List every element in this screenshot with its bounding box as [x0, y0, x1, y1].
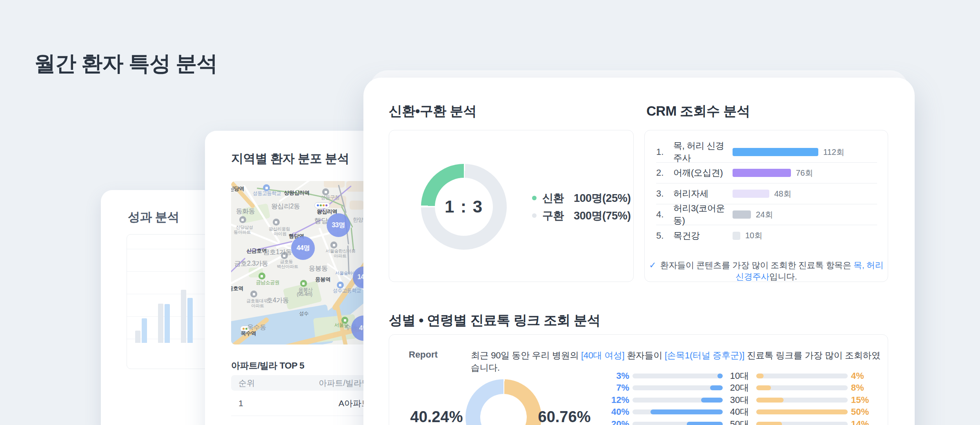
main-report-panel: 신환•구환 분석 1 : 3 신환 100명(25%) 구환 300명(75%)… — [363, 78, 915, 425]
crm-bar — [733, 190, 769, 198]
age-category-label: 40대 — [726, 406, 753, 418]
female-pct: 15% — [851, 395, 892, 405]
map-place-label: (95.4m) — [297, 291, 312, 297]
returning-patient-dot-icon — [532, 213, 537, 218]
age-row: 12%30대15% — [588, 394, 892, 406]
bar — [165, 304, 170, 343]
crm-bar — [733, 210, 751, 219]
poi-icon — [330, 242, 337, 248]
crm-bar — [733, 169, 791, 177]
crm-item-label: 어깨(오십견) — [673, 167, 733, 179]
female-track — [756, 398, 848, 403]
section-title-crm: CRM 조회수 분석 — [646, 102, 750, 121]
female-pct: 14% — [851, 419, 892, 425]
subway-station-badge — [314, 202, 330, 208]
male-fill — [710, 385, 723, 390]
poi-icon — [300, 280, 307, 287]
crm-footer-text: 환자들이 콘텐츠를 가장 많이 조회한 진료톡 항목은 — [660, 260, 853, 270]
top5-rank: 1 — [231, 398, 292, 408]
crm-footer-suffix: 입니다. — [769, 272, 797, 281]
age-row: 3%10대4% — [588, 370, 892, 382]
map-place-label: 행당 — [314, 216, 328, 226]
map-place-label: 응봉동 — [309, 264, 328, 273]
crm-footer-note: ✓환자들이 콘텐츠를 가장 많이 조회한 진료톡 항목은 목, 허리 신경주사입… — [645, 259, 888, 282]
male-fill — [717, 374, 723, 378]
female-pct: 8% — [851, 382, 892, 393]
female-track — [756, 422, 848, 425]
male-fill — [701, 398, 723, 403]
crm-item-label: 목건강 — [673, 230, 733, 242]
crm-bar — [733, 148, 818, 156]
map-place-label: 신당역 — [231, 185, 244, 192]
crm-row: 1.목, 허리 신경주사112회 — [656, 142, 877, 163]
bar — [142, 318, 147, 343]
female-track — [756, 385, 848, 390]
patient-count-marker: 33명 — [327, 213, 350, 237]
age-row: 20%50대14% — [588, 418, 892, 425]
poi-icon — [239, 216, 246, 223]
male-pct: 7% — [588, 382, 629, 393]
female-percentage: 60.76% — [523, 408, 605, 425]
bar — [158, 304, 163, 343]
check-icon: ✓ — [649, 260, 656, 270]
map-place-label: 동아파트 — [234, 229, 251, 235]
male-pct: 3% — [588, 371, 629, 381]
donut-legend: 신환 100명(25%) 구환 300명(75%) — [532, 189, 631, 224]
female-fill — [756, 385, 771, 390]
crm-rank: 3. — [656, 188, 673, 199]
crm-rank: 5. — [656, 230, 673, 241]
poi-icon — [273, 219, 280, 226]
crm-ranked-bar-list: 1.목, 허리 신경주사112회2.어깨(오십견)76회3.허리자세48회4.허… — [656, 142, 877, 246]
crm-row: 5.목건강10회 — [656, 225, 877, 246]
crm-bar — [733, 232, 740, 240]
crm-row: 3.허리자세48회 — [656, 183, 877, 204]
report-text-part: 환자들이 — [624, 350, 664, 360]
map-place-label: 동화동 — [236, 207, 255, 216]
crm-rank: 4. — [656, 209, 673, 220]
section-title-new-returning: 신환•구환 분석 — [389, 102, 477, 121]
map-place-label: 금호역 — [231, 285, 243, 292]
map-place-label: 성동고등학교 — [253, 190, 281, 197]
map-place-label: 금호2.3가동 — [234, 259, 268, 268]
legend-value: 300명(75%) — [574, 208, 631, 223]
crm-rank: 1. — [656, 147, 673, 157]
map-place-label: 옥수역 — [241, 330, 256, 337]
map-shape — [351, 227, 354, 250]
crm-view-count: 24회 — [756, 209, 773, 220]
age-category-label: 20대 — [726, 382, 753, 394]
bar — [187, 298, 193, 343]
top5-name: A아파트 — [292, 398, 370, 409]
female-fill — [756, 409, 848, 414]
age-row: 7%20대8% — [588, 382, 892, 394]
donut-ratio-label: 1 : 3 — [421, 164, 507, 250]
map-place-label: 금호1가동 — [263, 248, 292, 257]
age-category-label: 50대 — [726, 418, 753, 425]
crm-view-count: 48회 — [774, 188, 791, 199]
male-track — [633, 385, 723, 390]
map-place-label: 아파트 — [251, 303, 264, 309]
age-category-label: 30대 — [726, 394, 753, 406]
gender-age-card: Report 최근 90일 동안 우리 병원의 [40대 여성] 환자들이 [손… — [389, 334, 888, 425]
age-distribution-bars: 3%10대4%7%20대8%12%30대15%40%40대50%20%50대14… — [588, 370, 892, 425]
top5-name: B아파트 — [292, 423, 370, 425]
crm-view-count: 112회 — [823, 147, 844, 158]
female-track — [756, 409, 848, 414]
crm-rank: 2. — [656, 168, 673, 178]
crm-row: 2.어깨(오십견)76회 — [656, 163, 877, 183]
map-place-label: 왕십리2동 — [271, 202, 300, 211]
age-category-label: 10대 — [726, 370, 753, 382]
map-shape — [350, 201, 364, 210]
crm-row: 4.허리3(코어운동)24회 — [656, 204, 877, 225]
report-highlight: [40대 여성] — [581, 350, 624, 360]
legend-item-returning: 구환 300명(75%) — [532, 207, 631, 224]
report-highlight: [손목1(터널 증후군)] — [665, 350, 744, 360]
crm-item-label: 목, 허리 신경주사 — [673, 140, 733, 164]
age-row: 40%40대50% — [588, 406, 892, 418]
page-title: 월간 환자 특성 분석 — [34, 49, 217, 78]
map-place-label: 한양 — [353, 216, 363, 224]
performance-card-title: 성과 분석 — [128, 209, 179, 226]
region-card-title: 지역별 환자 분포 분석 — [231, 150, 349, 167]
report-label: Report — [409, 349, 438, 360]
crm-view-count: 76회 — [796, 168, 813, 179]
female-fill — [756, 422, 782, 425]
